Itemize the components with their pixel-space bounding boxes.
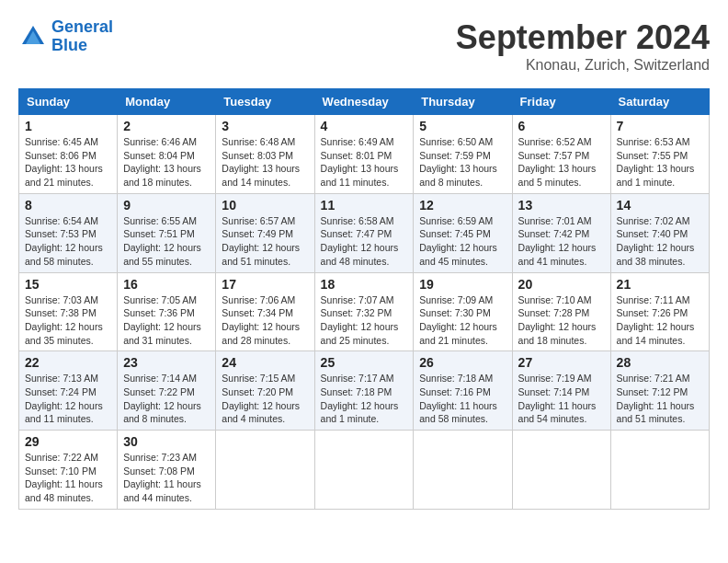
day-info: Sunrise: 6:49 AMSunset: 8:01 PMDaylight:… [321, 135, 408, 190]
calendar-cell: 14Sunrise: 7:02 AMSunset: 7:40 PMDayligh… [610, 193, 709, 272]
day-info: Sunrise: 7:14 AMSunset: 7:22 PMDaylight:… [123, 372, 210, 426]
day-info: Sunrise: 7:13 AMSunset: 7:24 PMDaylight:… [25, 372, 111, 426]
logo: General Blue [18, 18, 113, 55]
month-title: September 2024 [456, 18, 710, 57]
day-number: 6 [518, 119, 605, 133]
calendar-cell: 27Sunrise: 7:19 AMSunset: 7:14 PMDayligh… [512, 351, 610, 431]
calendar-cell: 4Sunrise: 6:49 AMSunset: 8:01 PMDaylight… [314, 115, 414, 194]
calendar-cell: 6Sunrise: 6:52 AMSunset: 7:57 PMDaylight… [512, 115, 610, 194]
calendar-cell: 3Sunrise: 6:48 AMSunset: 8:03 PMDaylight… [216, 115, 314, 194]
weekday-header-sunday: Sunday [19, 89, 118, 115]
day-number: 7 [617, 119, 703, 133]
day-info: Sunrise: 7:07 AMSunset: 7:32 PMDaylight:… [321, 293, 408, 348]
calendar-cell: 20Sunrise: 7:10 AMSunset: 7:28 PMDayligh… [512, 272, 610, 351]
calendar-cell [610, 431, 709, 510]
day-info: Sunrise: 7:21 AMSunset: 7:12 PMDaylight:… [617, 372, 703, 426]
day-number: 15 [25, 277, 111, 292]
day-number: 27 [518, 355, 605, 370]
day-info: Sunrise: 6:45 AMSunset: 8:06 PMDaylight:… [25, 135, 111, 190]
day-info: Sunrise: 7:17 AMSunset: 7:18 PMDaylight:… [321, 372, 408, 426]
day-info: Sunrise: 6:57 AMSunset: 7:49 PMDaylight:… [222, 214, 308, 269]
day-number: 11 [321, 198, 408, 213]
calendar-cell: 22Sunrise: 7:13 AMSunset: 7:24 PMDayligh… [19, 351, 118, 431]
page-header: General Blue September 2024 Knonau, Zuri… [18, 18, 710, 74]
day-number: 10 [222, 198, 308, 213]
calendar-cell: 11Sunrise: 6:58 AMSunset: 7:47 PMDayligh… [314, 193, 414, 272]
day-info: Sunrise: 7:03 AMSunset: 7:38 PMDaylight:… [25, 293, 111, 348]
day-info: Sunrise: 7:23 AMSunset: 7:08 PMDaylight:… [123, 451, 210, 505]
day-number: 17 [222, 277, 308, 292]
day-info: Sunrise: 7:01 AMSunset: 7:42 PMDaylight:… [518, 214, 605, 269]
day-info: Sunrise: 6:48 AMSunset: 8:03 PMDaylight:… [222, 135, 308, 190]
day-number: 13 [518, 198, 605, 213]
day-info: Sunrise: 6:58 AMSunset: 7:47 PMDaylight:… [321, 214, 408, 269]
day-info: Sunrise: 6:52 AMSunset: 7:57 PMDaylight:… [518, 135, 605, 190]
calendar-cell: 10Sunrise: 6:57 AMSunset: 7:49 PMDayligh… [216, 193, 314, 272]
calendar-cell: 1Sunrise: 6:45 AMSunset: 8:06 PMDaylight… [19, 115, 118, 194]
weekday-header-thursday: Thursday [414, 89, 512, 115]
day-info: Sunrise: 6:55 AMSunset: 7:51 PMDaylight:… [123, 214, 210, 269]
calendar-cell: 9Sunrise: 6:55 AMSunset: 7:51 PMDaylight… [118, 193, 216, 272]
day-number: 30 [123, 434, 210, 449]
calendar-cell: 15Sunrise: 7:03 AMSunset: 7:38 PMDayligh… [19, 272, 118, 351]
day-number: 1 [25, 119, 111, 133]
day-number: 20 [518, 277, 605, 292]
calendar-cell: 5Sunrise: 6:50 AMSunset: 7:59 PMDaylight… [414, 115, 512, 194]
calendar-cell: 23Sunrise: 7:14 AMSunset: 7:22 PMDayligh… [118, 351, 216, 431]
calendar-cell [512, 431, 610, 510]
day-number: 8 [25, 198, 111, 213]
logo-text-blue: Blue [51, 36, 87, 54]
calendar-cell [414, 431, 512, 510]
calendar-cell: 29Sunrise: 7:22 AMSunset: 7:10 PMDayligh… [19, 431, 118, 510]
calendar-cell: 24Sunrise: 7:15 AMSunset: 7:20 PMDayligh… [216, 351, 314, 431]
day-number: 26 [419, 355, 506, 370]
day-number: 24 [222, 355, 308, 370]
title-block: September 2024 Knonau, Zurich, Switzerla… [456, 18, 710, 74]
calendar-cell: 17Sunrise: 7:06 AMSunset: 7:34 PMDayligh… [216, 272, 314, 351]
day-number: 4 [321, 119, 408, 133]
day-number: 23 [123, 355, 210, 370]
calendar-cell: 30Sunrise: 7:23 AMSunset: 7:08 PMDayligh… [118, 431, 216, 510]
day-number: 9 [123, 198, 210, 213]
day-number: 14 [617, 198, 703, 213]
weekday-header-wednesday: Wednesday [314, 89, 414, 115]
calendar-cell: 18Sunrise: 7:07 AMSunset: 7:32 PMDayligh… [314, 272, 414, 351]
day-info: Sunrise: 6:50 AMSunset: 7:59 PMDaylight:… [419, 135, 506, 190]
weekday-header-monday: Monday [118, 89, 216, 115]
day-info: Sunrise: 7:15 AMSunset: 7:20 PMDaylight:… [222, 372, 308, 426]
day-number: 28 [617, 355, 703, 370]
calendar-cell: 25Sunrise: 7:17 AMSunset: 7:18 PMDayligh… [314, 351, 414, 431]
day-number: 21 [617, 277, 703, 292]
day-number: 5 [419, 119, 506, 133]
day-number: 19 [419, 277, 506, 292]
calendar-cell: 16Sunrise: 7:05 AMSunset: 7:36 PMDayligh… [118, 272, 216, 351]
location: Knonau, Zurich, Switzerland [456, 57, 710, 74]
day-number: 2 [123, 119, 210, 133]
day-info: Sunrise: 7:10 AMSunset: 7:28 PMDaylight:… [518, 293, 605, 348]
calendar-cell: 2Sunrise: 6:46 AMSunset: 8:04 PMDaylight… [118, 115, 216, 194]
weekday-header-saturday: Saturday [610, 89, 709, 115]
calendar-cell: 26Sunrise: 7:18 AMSunset: 7:16 PMDayligh… [414, 351, 512, 431]
day-number: 29 [25, 434, 111, 449]
day-info: Sunrise: 7:02 AMSunset: 7:40 PMDaylight:… [617, 214, 703, 269]
day-info: Sunrise: 7:05 AMSunset: 7:36 PMDaylight:… [123, 293, 210, 348]
calendar-header-row: SundayMondayTuesdayWednesdayThursdayFrid… [19, 89, 710, 115]
weekday-header-tuesday: Tuesday [216, 89, 314, 115]
calendar-cell: 13Sunrise: 7:01 AMSunset: 7:42 PMDayligh… [512, 193, 610, 272]
calendar-week-row: 29Sunrise: 7:22 AMSunset: 7:10 PMDayligh… [19, 431, 710, 510]
day-info: Sunrise: 6:53 AMSunset: 7:55 PMDaylight:… [617, 135, 703, 190]
day-number: 25 [321, 355, 408, 370]
calendar-cell: 21Sunrise: 7:11 AMSunset: 7:26 PMDayligh… [610, 272, 709, 351]
day-number: 12 [419, 198, 506, 213]
calendar-week-row: 8Sunrise: 6:54 AMSunset: 7:53 PMDaylight… [19, 193, 710, 272]
day-info: Sunrise: 7:06 AMSunset: 7:34 PMDaylight:… [222, 293, 308, 348]
calendar-cell [216, 431, 314, 510]
calendar-cell: 28Sunrise: 7:21 AMSunset: 7:12 PMDayligh… [610, 351, 709, 431]
day-info: Sunrise: 7:11 AMSunset: 7:26 PMDaylight:… [617, 293, 703, 348]
weekday-header-friday: Friday [512, 89, 610, 115]
day-info: Sunrise: 6:54 AMSunset: 7:53 PMDaylight:… [25, 214, 111, 269]
day-number: 22 [25, 355, 111, 370]
day-info: Sunrise: 7:09 AMSunset: 7:30 PMDaylight:… [419, 293, 506, 348]
calendar-cell: 19Sunrise: 7:09 AMSunset: 7:30 PMDayligh… [414, 272, 512, 351]
day-number: 16 [123, 277, 210, 292]
